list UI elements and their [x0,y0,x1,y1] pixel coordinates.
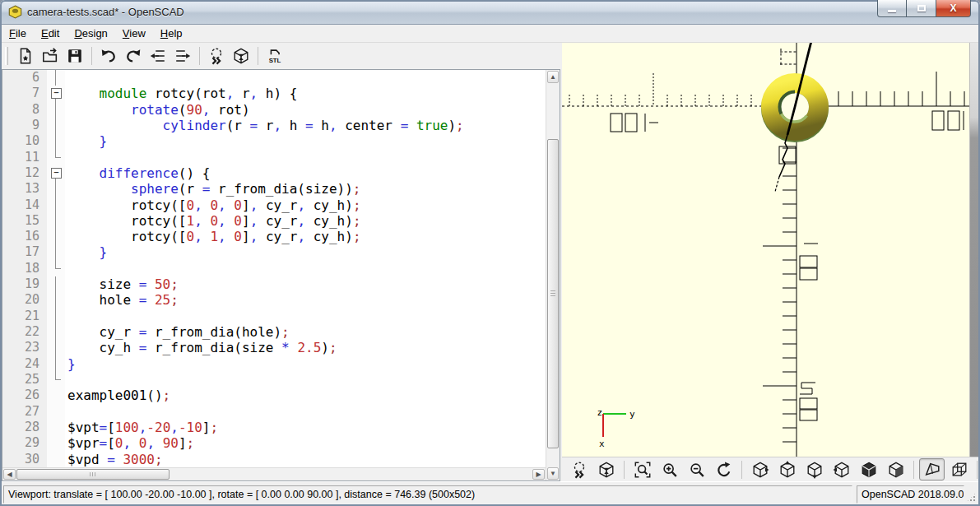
undo-button[interactable] [97,44,120,67]
save-button[interactable] [63,44,86,67]
reset-view-button[interactable] [711,458,736,480]
code-text[interactable]: rotcy([1, 0, 0], cy_r, cy_h); [65,213,546,229]
code-text[interactable]: sphere(r = r_from_dia(size)); [65,181,546,197]
code-editor[interactable]: 67 module rotcy(rot, r, h) {8 rotate(90,… [2,70,546,467]
code-text[interactable]: hole = 25; [65,292,546,308]
3d-viewport[interactable]: z y x [562,43,969,457]
code-line: 26example001(); [2,388,546,403]
view-left-button[interactable] [829,458,854,480]
code-text[interactable]: } [65,244,546,260]
editor-horizontal-scrollbar[interactable]: ◀ ▶ [2,467,546,480]
render-button[interactable] [230,44,253,67]
menu-design[interactable]: Design [67,25,114,43]
code-text[interactable]: $vpd = 3000; [65,452,546,467]
scroll-right-arrow[interactable]: ▶ [532,469,545,480]
code-text[interactable]: example001(); [65,388,546,403]
close-button[interactable]: X [936,0,971,17]
axis-indicator: z y x [597,407,635,449]
code-text[interactable] [65,70,546,86]
openscad-window: camera-tests.scad* - OpenSCAD X FileEdit… [0,0,980,506]
line-number: 7 [2,86,47,101]
code-text[interactable] [65,372,546,388]
redo-button[interactable] [122,44,145,67]
stl-export-icon: STL [266,47,284,65]
preview-button[interactable] [205,44,228,67]
view-right-button[interactable] [747,458,773,480]
menu-edit[interactable]: Edit [34,25,67,43]
view-top-button[interactable] [774,458,800,480]
code-text[interactable]: rotcy([0, 1, 0], cy_r, cy_h); [65,229,546,244]
code-text[interactable]: } [65,356,546,372]
open-button[interactable] [39,44,62,67]
menu-view[interactable]: View [115,25,153,43]
zoom-all-button[interactable] [629,458,655,480]
view-bottom-button[interactable] [801,458,827,480]
scroll-left-arrow[interactable]: ◀ [3,469,16,480]
menu-file[interactable]: File [2,25,34,43]
preview-icon [570,461,588,479]
editor-vertical-scrollbar[interactable]: ▲ ▼ [546,70,560,480]
code-text[interactable] [65,261,546,276]
code-line: 6 [2,70,546,86]
fold-margin [47,229,65,244]
horizontal-scroll-thumb[interactable] [16,469,170,480]
orthogonal-button[interactable] [946,458,972,480]
perspective-button[interactable] [919,458,945,480]
fold-marker[interactable] [47,86,65,101]
line-number: 22 [2,324,47,340]
line-number: 13 [2,181,47,197]
code-text[interactable]: module rotcy(rot, r, h) { [65,86,546,101]
view-front-button[interactable] [856,458,881,480]
main-toolbar: STL [2,43,562,69]
code-text[interactable]: $vpt=[100,-20,-10]; [65,420,546,435]
zoom-in-button[interactable] [657,458,682,480]
zoom-out-button[interactable] [684,458,709,480]
minimize-button[interactable] [877,0,907,17]
version-text: OpenSCAD 2018.09.06 [857,485,964,504]
fold-margin [47,181,65,197]
fold-marker[interactable] [47,165,65,181]
stl-button[interactable]: STL [263,44,286,67]
code-text[interactable]: $vpr=[0, 0, 90]; [65,435,546,451]
preview-icon [207,47,225,65]
code-text[interactable]: rotcy([0, 0, 0], cy_r, cy_h); [65,197,546,213]
maximize-button[interactable] [907,0,936,17]
fold-margin [47,309,65,324]
code-text[interactable]: cylinder(r = r, h = h, center = true); [65,118,546,133]
code-line: 23 cy_h = r_from_dia(size * 2.5); [2,340,546,355]
code-line: 21 [2,309,546,324]
orthogonal-icon [950,461,968,479]
zoom-in-icon [661,461,679,479]
line-number: 18 [2,261,47,276]
code-text[interactable]: cy_r = r_from_dia(hole); [65,324,546,340]
unindent-button[interactable] [146,44,170,67]
close-icon: X [950,3,956,13]
code-text[interactable]: cy_h = r_from_dia(size * 2.5); [65,340,546,355]
toolbar-handle[interactable] [5,47,8,65]
preview-button[interactable] [566,458,592,480]
line-number: 27 [2,404,47,420]
code-text[interactable] [65,404,546,420]
fold-margin [47,150,65,165]
code-text[interactable]: size = 50; [65,276,546,292]
code-text[interactable]: } [65,133,546,149]
scroll-down-arrow[interactable]: ▼ [547,467,559,480]
toolbar-separator [913,461,914,479]
title-bar[interactable]: camera-tests.scad* - OpenSCAD X [0,0,980,25]
resize-grip[interactable] [966,492,977,503]
scroll-up-arrow[interactable]: ▲ [547,71,559,83]
view-back-button[interactable] [883,458,908,480]
code-text[interactable]: difference() { [65,165,546,181]
fold-margin [47,70,65,86]
line-number: 21 [2,309,47,324]
code-text[interactable]: rotate(90, rot) [65,102,546,118]
line-number: 25 [2,372,47,388]
indent-button[interactable] [171,44,194,67]
code-text[interactable] [65,309,546,324]
new-button[interactable] [14,44,37,67]
render-icon [597,461,615,479]
vertical-scroll-thumb[interactable] [547,139,559,448]
code-text[interactable] [65,150,546,165]
render-button[interactable] [593,458,619,480]
menu-help[interactable]: Help [153,25,190,43]
